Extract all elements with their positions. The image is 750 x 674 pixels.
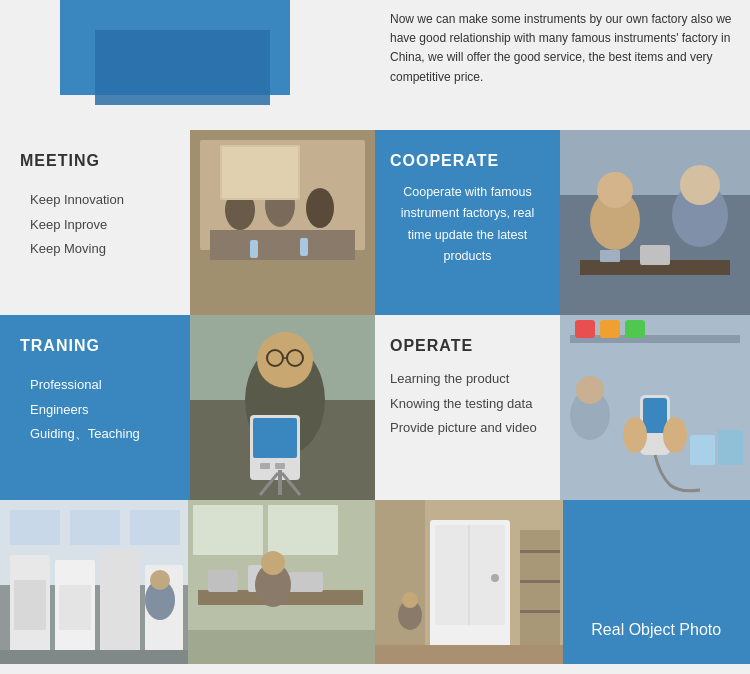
meeting-cell: MEETING Keep Innovation Keep Inprove Kee… <box>0 130 190 315</box>
svg-rect-42 <box>643 398 667 433</box>
meeting-title: MEETING <box>20 152 170 170</box>
svg-point-79 <box>491 574 499 582</box>
svg-rect-38 <box>575 320 595 338</box>
svg-rect-8 <box>250 240 258 258</box>
list-item: Keep Innovation <box>30 188 170 213</box>
svg-rect-81 <box>520 530 560 650</box>
training-cell: TRANING Professional Engineers Guiding、T… <box>0 315 190 500</box>
cooperate-cell: COOPERATE Cooperate with famous instrume… <box>375 130 560 315</box>
photo-cell-1 <box>0 500 188 664</box>
svg-point-44 <box>663 417 687 453</box>
svg-point-24 <box>257 332 313 388</box>
svg-rect-5 <box>210 230 355 260</box>
blue-rect-small <box>95 30 270 105</box>
svg-point-16 <box>680 165 720 205</box>
svg-point-4 <box>306 188 334 228</box>
svg-rect-67 <box>268 505 338 555</box>
svg-point-48 <box>576 376 604 404</box>
svg-rect-58 <box>0 650 188 664</box>
svg-rect-57 <box>59 585 91 630</box>
list-item: Engineers <box>30 398 170 423</box>
svg-rect-83 <box>520 580 560 583</box>
svg-rect-31 <box>275 463 285 469</box>
svg-rect-9 <box>300 238 308 256</box>
list-item: Keep Moving <box>30 237 170 262</box>
svg-point-14 <box>597 172 633 208</box>
training-list: Professional Engineers Guiding、Teaching <box>20 373 170 447</box>
meeting-image-cell <box>190 130 375 315</box>
photo-strip: Real Object Photo <box>0 500 750 664</box>
svg-rect-85 <box>375 500 425 664</box>
svg-rect-86 <box>375 645 563 664</box>
cooperate-title: COOPERATE <box>390 152 545 170</box>
operate-item-3: Provide picture and video <box>390 416 545 441</box>
svg-rect-84 <box>520 610 560 613</box>
svg-point-73 <box>261 551 285 575</box>
svg-rect-62 <box>70 510 120 545</box>
cooperate-description: Cooperate with famous instrument factory… <box>390 182 545 267</box>
operate-image-cell <box>560 315 750 500</box>
svg-rect-19 <box>600 250 620 262</box>
training-title: TRANING <box>20 337 170 355</box>
svg-rect-45 <box>690 435 715 465</box>
svg-rect-40 <box>625 320 645 338</box>
svg-rect-7 <box>222 147 298 198</box>
main-grid: MEETING Keep Innovation Keep Inprove Kee… <box>0 130 750 500</box>
list-item: Keep Inprove <box>30 213 170 238</box>
top-left-logo <box>0 0 375 130</box>
training-image <box>190 315 375 500</box>
svg-point-60 <box>150 570 170 590</box>
svg-point-88 <box>402 592 418 608</box>
operate-title: OPERATE <box>390 337 545 355</box>
svg-rect-69 <box>208 570 238 592</box>
real-object-photo-cell: Real Object Photo <box>563 500 751 664</box>
svg-rect-29 <box>253 418 297 458</box>
photo-cell-3 <box>375 500 563 664</box>
svg-rect-12 <box>560 130 750 195</box>
operate-cell: OPERATE Learning the product Knowing the… <box>375 315 560 500</box>
list-item: Guiding、Teaching <box>30 422 170 447</box>
list-item: Professional <box>30 373 170 398</box>
svg-rect-66 <box>193 505 263 555</box>
operate-item-1: Learning the product <box>390 367 545 392</box>
svg-rect-63 <box>130 510 180 545</box>
svg-rect-18 <box>640 245 670 265</box>
photo-cell-2 <box>188 500 376 664</box>
svg-rect-56 <box>14 580 46 630</box>
svg-rect-30 <box>260 463 270 469</box>
top-section: Now we can make some instruments by our … <box>0 0 750 130</box>
meeting-list: Keep Innovation Keep Inprove Keep Moving <box>20 188 170 262</box>
top-description: Now we can make some instruments by our … <box>375 0 750 130</box>
svg-rect-39 <box>600 320 620 338</box>
meeting-image <box>190 130 375 315</box>
operate-item-2: Knowing the testing data <box>390 392 545 417</box>
svg-rect-46 <box>718 430 743 465</box>
svg-rect-71 <box>288 572 323 592</box>
svg-point-43 <box>623 417 647 453</box>
real-object-label: Real Object Photo <box>563 621 751 639</box>
svg-rect-37 <box>570 335 740 343</box>
svg-rect-74 <box>188 630 376 664</box>
cooperate-image <box>560 130 750 315</box>
svg-rect-61 <box>10 510 60 545</box>
training-image-cell <box>190 315 375 500</box>
svg-rect-82 <box>520 550 560 553</box>
svg-rect-54 <box>100 550 140 660</box>
operate-image <box>560 315 750 500</box>
cooperate-image-cell <box>560 130 750 315</box>
